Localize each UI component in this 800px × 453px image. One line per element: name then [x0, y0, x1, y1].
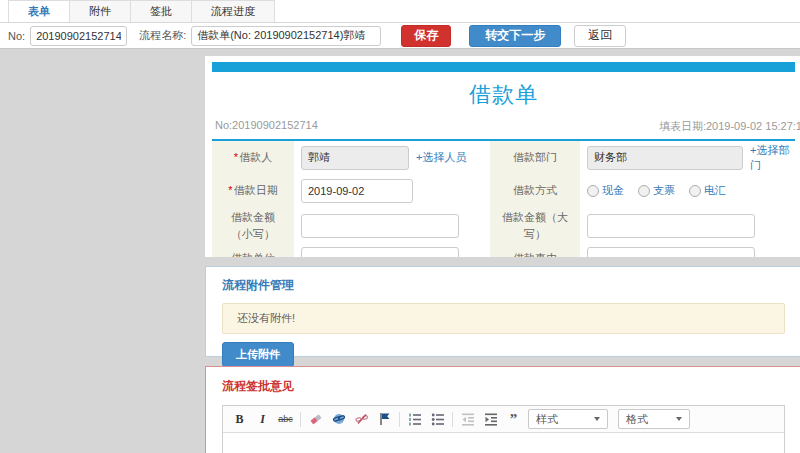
radio-cash[interactable]: 现金 [587, 183, 624, 198]
department-input[interactable] [587, 146, 743, 170]
tab-form[interactable]: 表单 [8, 0, 70, 22]
signoff-title: 流程签批意见 [222, 378, 785, 395]
editor-toolbar: B I abc [223, 406, 784, 433]
process-name-label: 流程名称: [139, 28, 186, 43]
forward-next-step-button[interactable]: 转交下一步 [469, 25, 561, 47]
blockquote-icon[interactable]: ” [505, 411, 522, 428]
radio-cash-label: 现金 [602, 183, 624, 198]
department-cell: +选择部门 [580, 141, 795, 174]
tab-attachments[interactable]: 附件 [69, 0, 131, 22]
process-name-input[interactable] [191, 26, 381, 46]
form-no-text: No:20190902152714 [215, 119, 318, 134]
loan-date-cell [294, 174, 490, 207]
styles-dropdown[interactable]: 样式 [528, 409, 608, 429]
radio-check[interactable]: 支票 [638, 183, 675, 198]
choose-department-link[interactable]: +选择部门 [750, 143, 795, 173]
format-dropdown[interactable]: 格式 [618, 409, 690, 429]
required-mark: * [234, 151, 238, 163]
required-mark: * [228, 184, 232, 196]
loan-form-panel: 借款单 No:20190902152714 填表日期:2019-09-02 15… [205, 56, 800, 257]
italic-icon[interactable]: I [254, 411, 271, 428]
save-button[interactable]: 保存 [401, 25, 451, 47]
loan-reason-label: 借款事由 [490, 244, 580, 257]
no-label: No: [8, 30, 25, 42]
amount-big-input[interactable] [587, 214, 755, 238]
form-fields-grid: *借款人 +选择人员 借款部门 +选择部门 *借款日期 借款方式 现金 [212, 141, 795, 257]
radio-check-label: 支票 [653, 183, 675, 198]
department-label: 借款部门 [490, 141, 580, 174]
signoff-panel: 流程签批意见 B I abc [205, 366, 800, 453]
back-button[interactable]: 返回 [574, 25, 626, 47]
tab-signoff[interactable]: 签批 [130, 0, 192, 22]
action-bar: No: 流程名称: 保存 转交下一步 返回 [0, 23, 800, 49]
tab-bar: 表单 附件 签批 流程进度 [0, 0, 800, 23]
form-date-text: 填表日期:2019-09-02 15:27:1 [659, 119, 800, 134]
upload-attachment-button[interactable]: 上传附件 [222, 342, 294, 367]
form-header-bar [212, 62, 795, 72]
loan-date-label: *借款日期 [212, 174, 294, 207]
outdent-icon[interactable] [459, 411, 476, 428]
chevron-down-icon [594, 417, 600, 421]
borrower-cell: +选择人员 [294, 141, 490, 174]
radio-wire-icon[interactable] [689, 185, 701, 197]
loan-unit-label: 借款单位 [212, 244, 294, 257]
editor-content-area[interactable] [223, 433, 784, 453]
borrower-input[interactable] [301, 146, 409, 170]
amount-small-input[interactable] [301, 214, 459, 238]
amount-big-cell [580, 207, 795, 244]
loan-date-input[interactable] [301, 179, 413, 203]
styles-dropdown-label: 样式 [536, 412, 558, 427]
loan-method-cell: 现金 支票 电汇 [580, 174, 795, 207]
loan-reason-cell [580, 244, 795, 257]
form-meta-row: No:20190902152714 填表日期:2019-09-02 15:27:… [215, 119, 800, 134]
no-attachments-alert: 还没有附件! [222, 303, 785, 334]
form-title: 借款单 [205, 80, 800, 110]
radio-check-icon[interactable] [638, 185, 650, 197]
no-input[interactable] [30, 26, 127, 46]
amount-small-label: 借款金额（小写） [212, 207, 294, 244]
strikethrough-icon[interactable]: abc [277, 411, 294, 428]
attachments-title: 流程附件管理 [222, 277, 785, 294]
radio-cash-icon[interactable] [587, 185, 599, 197]
loan-method-label: 借款方式 [490, 174, 580, 207]
chevron-down-icon [676, 417, 682, 421]
link-icon[interactable] [330, 411, 347, 428]
borrower-label: *借款人 [212, 141, 294, 174]
bold-icon[interactable]: B [231, 411, 248, 428]
attachments-panel: 流程附件管理 还没有附件! 上传附件 [205, 266, 800, 357]
numbered-list-icon[interactable] [406, 411, 423, 428]
choose-person-link[interactable]: +选择人员 [416, 150, 466, 165]
anchor-icon[interactable] [376, 411, 393, 428]
remove-format-icon[interactable] [307, 411, 324, 428]
amount-small-cell [294, 207, 490, 244]
rich-text-editor: B I abc [222, 405, 785, 453]
loan-reason-input[interactable] [587, 247, 755, 258]
loan-unit-input[interactable] [301, 247, 459, 258]
unlink-icon[interactable] [353, 411, 370, 428]
radio-wire-label: 电汇 [704, 183, 726, 198]
indent-icon[interactable] [482, 411, 499, 428]
format-dropdown-label: 格式 [626, 412, 648, 427]
toolbar-separator [300, 412, 301, 427]
tab-progress[interactable]: 流程进度 [191, 0, 275, 22]
toolbar-separator [399, 412, 400, 427]
bullet-list-icon[interactable] [429, 411, 446, 428]
amount-big-label: 借款金额（大写） [490, 207, 580, 244]
loan-unit-cell [294, 244, 490, 257]
toolbar-separator [452, 412, 453, 427]
radio-wire[interactable]: 电汇 [689, 183, 726, 198]
